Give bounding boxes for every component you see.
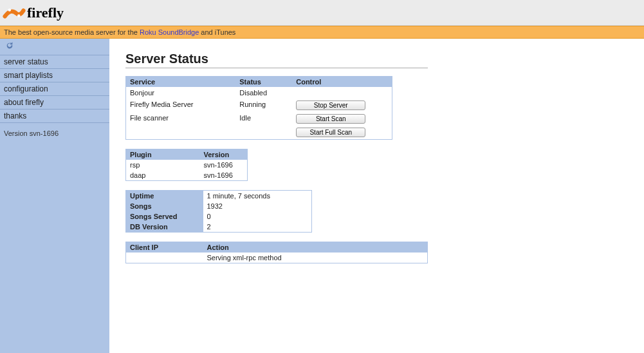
table-row: Uptime1 minute, 7 seconds [126, 191, 312, 202]
stat-value: 0 [203, 211, 312, 222]
header-strip: firefly [0, 0, 644, 26]
service-name: Firefly Media Server [126, 99, 236, 112]
svg-point-0 [8, 8, 11, 12]
logo: firefly [3, 3, 64, 23]
plugins-table: Plugin Version rspsvn-1696daapsvn-1696 [125, 149, 248, 181]
tagline-bar: The best open-source media server for th… [0, 26, 644, 39]
table-row: daapsvn-1696 [126, 170, 248, 181]
table-row: Songs1932 [126, 201, 312, 211]
service-name: File scanner [126, 112, 236, 126]
table-row: File scannerIdleStart Scan [126, 112, 392, 126]
plugins-header-plugin: Plugin [126, 149, 200, 160]
services-header-control: Control [292, 77, 392, 88]
table-row: Start Full Scan [126, 126, 392, 140]
plugins-header-version: Version [200, 149, 248, 160]
sidebar-item-configuration[interactable]: configuration [0, 82, 109, 96]
service-status: Running [235, 99, 292, 112]
clients-header-ip: Client IP [126, 242, 203, 253]
service-status: Disabled [235, 87, 292, 99]
services-header-status: Status [235, 77, 292, 88]
firefly-logo-icon [3, 3, 26, 23]
services-header-service: Service [126, 77, 236, 88]
sidebar-item-smart-playlists[interactable]: smart playlists [0, 69, 109, 82]
table-row: Serving xml-rpc method [126, 253, 428, 263]
svg-point-1 [17, 14, 21, 17]
plugin-name: rsp [126, 160, 200, 170]
client-action: Serving xml-rpc method [203, 253, 428, 263]
clients-table: Client IP Action Serving xml-rpc method [125, 242, 428, 263]
stat-label: Uptime [126, 191, 203, 202]
table-row: BonjourDisabled [126, 87, 392, 99]
tagline-prefix: The best open-source media server for th… [4, 28, 140, 36]
tagline-link[interactable]: Roku SoundBridge [140, 28, 199, 36]
services-table: Service Status Control BonjourDisabledFi… [125, 76, 392, 140]
stat-value: 1 minute, 7 seconds [203, 191, 312, 202]
sidebar-item-about-firefly[interactable]: about firefly [0, 96, 109, 110]
plugin-version: svn-1696 [200, 160, 248, 170]
stat-label: Songs Served [126, 211, 203, 222]
table-row: Firefly Media ServerRunningStop Server [126, 99, 392, 112]
stop-server-button[interactable]: Stop Server [296, 100, 365, 110]
start-scan-button[interactable]: Start Scan [296, 114, 365, 124]
stat-label: Songs [126, 201, 203, 211]
refresh-icon[interactable] [5, 43, 14, 52]
service-status: Idle [235, 112, 292, 126]
refresh-row [0, 39, 109, 55]
sidebar: server statussmart playlistsconfiguratio… [0, 39, 109, 353]
table-row: rspsvn-1696 [126, 160, 248, 170]
client-ip [126, 253, 203, 263]
service-control: Start Full Scan [292, 126, 392, 140]
main-content: Server Status Service Status Control Bon… [109, 39, 644, 353]
plugin-name: daap [126, 170, 200, 181]
stats-table: Uptime1 minute, 7 secondsSongs1932Songs … [125, 190, 312, 233]
stat-value: 1932 [203, 201, 312, 211]
service-control: Start Scan [292, 112, 392, 126]
plugin-version: svn-1696 [200, 170, 248, 181]
stat-label: DB Version [126, 222, 203, 233]
sidebar-item-thanks[interactable]: thanks [0, 110, 109, 123]
tagline-suffix: and iTunes [199, 28, 235, 36]
service-control [292, 87, 392, 99]
sidebar-item-server-status[interactable]: server status [0, 55, 109, 69]
title-rule [125, 68, 428, 68]
service-name: Bonjour [126, 87, 236, 99]
table-row: Songs Served0 [126, 211, 312, 222]
logo-text: firefly [27, 5, 64, 21]
service-control: Stop Server [292, 99, 392, 112]
page-title: Server Status [125, 52, 628, 66]
table-row: DB Version2 [126, 222, 312, 233]
stat-value: 2 [203, 222, 312, 233]
start-full-scan-button[interactable]: Start Full Scan [296, 128, 365, 137]
clients-header-action: Action [203, 242, 428, 253]
version-label: Version svn-1696 [0, 123, 109, 144]
